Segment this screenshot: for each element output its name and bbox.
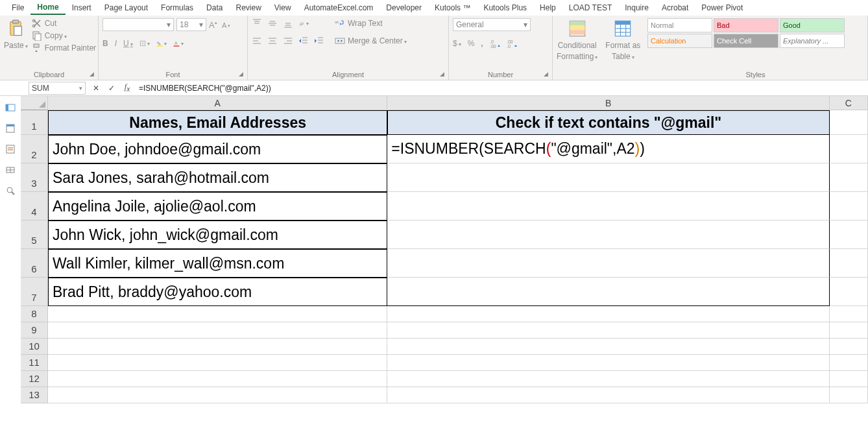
- italic-button[interactable]: I: [115, 39, 117, 48]
- cell-C6[interactable]: [830, 249, 868, 278]
- sidebar-nav-icon[interactable]: [5, 102, 16, 113]
- row-header-1[interactable]: 1: [21, 110, 48, 135]
- number-launcher-icon[interactable]: ◢: [544, 71, 548, 77]
- row-header-7[interactable]: 7: [21, 278, 48, 306]
- font-size-combo[interactable]: 18▾: [176, 18, 206, 31]
- orientation-icon[interactable]: ab: [298, 18, 309, 29]
- cell-A7[interactable]: Brad Pitt, braddy@yahoo.com: [48, 278, 387, 306]
- cell-A5[interactable]: John Wick, john_wick@gmail.com: [48, 221, 387, 249]
- cell-B3[interactable]: [387, 163, 829, 192]
- menu-insert[interactable]: Insert: [66, 1, 98, 14]
- menu-kutools[interactable]: Kutools ™: [428, 1, 477, 14]
- cell-A12[interactable]: [48, 371, 387, 387]
- cell-C13[interactable]: [830, 387, 868, 403]
- cell-A9[interactable]: [48, 322, 387, 339]
- cell-B2[interactable]: =ISNUMBER(SEARCH("@gmail",A2)): [387, 135, 829, 163]
- select-all-corner[interactable]: [21, 96, 48, 110]
- menu-developer[interactable]: Developer: [380, 1, 428, 14]
- row-header-5[interactable]: 5: [21, 221, 48, 249]
- cell-A13[interactable]: [48, 387, 387, 403]
- row-header-8[interactable]: 8: [21, 306, 48, 322]
- menu-acrobat[interactable]: Acrobat: [655, 1, 695, 14]
- style-check-cell[interactable]: Check Cell: [714, 34, 778, 48]
- menu-formulas[interactable]: Formulas: [154, 1, 200, 14]
- increase-decimal-icon[interactable]: .0.00: [490, 38, 500, 49]
- style-bad[interactable]: Bad: [714, 18, 778, 32]
- name-box[interactable]: SUM▾: [29, 82, 86, 95]
- comma-format-button[interactable]: ,: [481, 39, 483, 48]
- style-calculation[interactable]: Calculation: [647, 34, 712, 48]
- cancel-formula-button[interactable]: ✕: [88, 84, 104, 93]
- decrease-decimal-icon[interactable]: .00.0: [507, 38, 517, 49]
- font-family-combo[interactable]: ▾: [102, 18, 174, 31]
- menu-automateexcel[interactable]: AutomateExcel.com: [298, 1, 380, 14]
- menu-view[interactable]: View: [268, 1, 298, 14]
- cell-B8[interactable]: [387, 306, 829, 322]
- merge-center-button[interactable]: Merge & Center: [335, 36, 407, 46]
- cells-area[interactable]: Names, Email AddressesCheck if text cont…: [48, 110, 868, 403]
- row-header-12[interactable]: 12: [21, 371, 48, 387]
- menu-file[interactable]: File: [5, 1, 30, 14]
- cell-C7[interactable]: [830, 278, 868, 306]
- spreadsheet-grid[interactable]: ABC 12345678910111213 Names, Email Addre…: [21, 96, 868, 430]
- row-header-3[interactable]: 3: [21, 163, 48, 192]
- cell-B1[interactable]: Check if text contains "@gmail": [387, 110, 829, 135]
- cell-A11[interactable]: [48, 355, 387, 371]
- cell-A6[interactable]: Wall Kimler, kilmer_wall@msn.com: [48, 249, 387, 278]
- row-header-2[interactable]: 2: [21, 135, 48, 163]
- cell-B5[interactable]: [387, 221, 829, 249]
- cell-A2[interactable]: John Doe, johndoe@gmail.com: [48, 135, 387, 163]
- cell-A4[interactable]: Angelina Joile, ajolie@aol.com: [48, 192, 387, 221]
- col-header-B[interactable]: B: [387, 96, 829, 110]
- style-explanatory[interactable]: Explanatory ...: [780, 34, 845, 48]
- decrease-indent-icon[interactable]: [298, 36, 309, 46]
- cell-A3[interactable]: Sara Jones, sarah@hotmail.com: [48, 163, 387, 192]
- clipboard-launcher-icon[interactable]: ◢: [90, 71, 94, 77]
- menu-powerpivot[interactable]: Power Pivot: [695, 1, 749, 14]
- alignment-launcher-icon[interactable]: ◢: [440, 71, 444, 77]
- accounting-format-button[interactable]: $: [453, 39, 461, 48]
- cell-A1[interactable]: Names, Email Addresses: [48, 110, 387, 135]
- menu-help[interactable]: Help: [533, 1, 562, 14]
- menu-loadtest[interactable]: LOAD TEST: [562, 1, 618, 14]
- row-header-10[interactable]: 10: [21, 339, 48, 355]
- shrink-font-icon[interactable]: A▾: [222, 19, 232, 30]
- cell-C8[interactable]: [830, 306, 868, 322]
- menu-data[interactable]: Data: [200, 1, 229, 14]
- menu-inquire[interactable]: Inquire: [618, 1, 655, 14]
- align-center-icon[interactable]: [267, 36, 278, 46]
- cell-C9[interactable]: [830, 322, 868, 339]
- style-normal[interactable]: Normal: [647, 18, 712, 32]
- cell-C12[interactable]: [830, 371, 868, 387]
- align-top-icon[interactable]: [252, 18, 262, 29]
- cell-B4[interactable]: [387, 192, 829, 221]
- cell-B7[interactable]: [387, 278, 829, 306]
- row-header-6[interactable]: 6: [21, 249, 48, 278]
- cell-C3[interactable]: [830, 163, 868, 192]
- cell-A8[interactable]: [48, 306, 387, 322]
- sidebar-autotext-icon[interactable]: [5, 144, 16, 154]
- cell-C1[interactable]: [830, 110, 868, 135]
- col-header-C[interactable]: C: [830, 96, 868, 110]
- sidebar-find-icon[interactable]: [5, 185, 16, 196]
- cut-button[interactable]: Cut: [32, 18, 96, 29]
- wrap-text-button[interactable]: ab Wrap Text: [335, 18, 407, 29]
- cell-B12[interactable]: [387, 371, 829, 387]
- align-left-icon[interactable]: [252, 36, 262, 46]
- cell-styles-gallery[interactable]: Normal Bad Good Calculation Check Cell E…: [647, 18, 845, 48]
- menu-review[interactable]: Review: [229, 1, 267, 14]
- paste-button[interactable]: Paste: [4, 41, 28, 50]
- row-headers[interactable]: 12345678910111213: [21, 110, 48, 403]
- grow-font-icon[interactable]: A▴: [209, 19, 219, 30]
- insert-function-button[interactable]: fx: [119, 82, 135, 93]
- bold-button[interactable]: B: [102, 39, 108, 48]
- menu-pagelayout[interactable]: Page Layout: [98, 1, 154, 14]
- copy-button[interactable]: Copy: [32, 30, 96, 41]
- cell-A10[interactable]: [48, 339, 387, 355]
- cell-C11[interactable]: [830, 355, 868, 371]
- row-header-4[interactable]: 4: [21, 192, 48, 221]
- col-header-A[interactable]: A: [48, 96, 387, 110]
- cell-C5[interactable]: [830, 221, 868, 249]
- conditional-formatting-button[interactable]: Conditional Formatting: [557, 18, 597, 61]
- number-format-combo[interactable]: General▾: [453, 18, 531, 31]
